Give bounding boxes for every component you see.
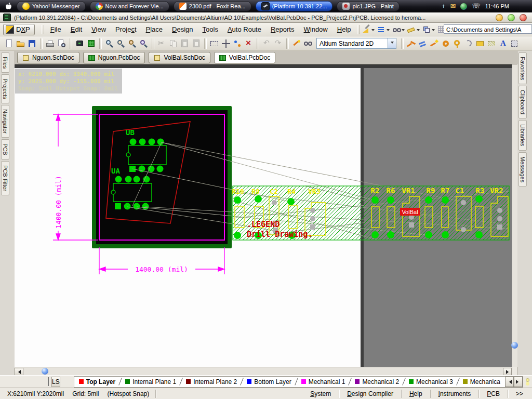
- zoom-area-button[interactable]: [116, 38, 126, 49]
- minimize-button[interactable]: [496, 14, 503, 21]
- align-tools-icon[interactable]: [377, 25, 385, 34]
- layer-tab-internal-plane-1[interactable]: Internal Plane 1: [121, 377, 181, 387]
- menu-edit[interactable]: Edit: [66, 24, 87, 35]
- layer-tab-mechanical-1[interactable]: Mechanical 1: [297, 377, 350, 387]
- chevron-down-icon[interactable]: [387, 29, 390, 33]
- doc-tab-volbal-pcbdoc-active[interactable]: VolBal.PcbDoc: [214, 52, 275, 63]
- menu-window[interactable]: Window: [299, 24, 332, 35]
- chevron-down-icon[interactable]: [371, 29, 375, 33]
- layer-tab-bottom-layer[interactable]: Bottom Layer: [242, 377, 296, 387]
- layer-tab-top-layer[interactable]: Top Layer: [74, 377, 120, 387]
- system-panel-button[interactable]: System: [304, 390, 337, 398]
- wizard-button[interactable]: [291, 38, 302, 49]
- recent-path-combo[interactable]: C:\Documents and Settings\A: [444, 24, 532, 34]
- panel-tab-files[interactable]: Files: [1, 52, 9, 73]
- layer-pair-indicator-icon[interactable]: [523, 377, 531, 387]
- menu-view[interactable]: View: [87, 24, 111, 35]
- measure-tools-icon[interactable]: [407, 25, 416, 34]
- board-view-button[interactable]: [86, 38, 97, 49]
- task-button-altium-active[interactable]: (Platform 10.391.22...: [256, 1, 333, 11]
- apply-selection-button[interactable]: [232, 38, 243, 49]
- chevron-down-icon[interactable]: [417, 29, 420, 33]
- menu-reports[interactable]: Reports: [266, 24, 299, 35]
- paste-button[interactable]: [180, 38, 190, 49]
- menu-dxp[interactable]: DXP: [3, 24, 35, 35]
- place-via-button[interactable]: [452, 38, 462, 49]
- menu-design[interactable]: Design: [167, 24, 197, 35]
- place-string-button[interactable]: [498, 38, 508, 49]
- menu-tools[interactable]: Tools: [198, 24, 223, 35]
- copy-button[interactable]: [168, 38, 179, 49]
- clear-filter-button[interactable]: [244, 38, 254, 49]
- volbal-badge[interactable]: VolBal: [400, 208, 420, 216]
- tray-network-icon[interactable]: [460, 3, 467, 10]
- layer-tab-mechanical-4[interactable]: Mechanica: [458, 377, 505, 387]
- current-layer-swatch[interactable]: [48, 377, 49, 386]
- layer-tab-internal-plane-2[interactable]: Internal Plane 2: [181, 377, 242, 387]
- horizontal-scroll-thumb[interactable]: [42, 368, 48, 375]
- vertical-scroll-thumb[interactable]: [511, 342, 518, 349]
- panel-tab-favorites[interactable]: Favorites: [518, 52, 527, 84]
- more-panels-button[interactable]: >>: [510, 390, 529, 398]
- new-document-button[interactable]: [4, 38, 15, 49]
- print-button[interactable]: [45, 38, 56, 49]
- task-button-paint[interactable]: pic1.JPG - Paint: [337, 1, 399, 11]
- instruments-panel-button[interactable]: Instruments: [433, 390, 477, 398]
- task-button-foxit[interactable]: 2300.pdf - Foxit Rea...: [174, 1, 251, 11]
- close-button[interactable]: [520, 14, 527, 21]
- place-fill-button[interactable]: [475, 38, 485, 49]
- open-document-button[interactable]: [16, 38, 26, 49]
- place-polygon-button[interactable]: [486, 38, 497, 49]
- place-arc-button[interactable]: [463, 38, 474, 49]
- maximize-button[interactable]: [508, 14, 515, 21]
- menu-auto-route[interactable]: Auto Route: [223, 24, 266, 35]
- panel-tab-messages[interactable]: Messages: [518, 152, 527, 187]
- pcb-panel-button[interactable]: PCB: [481, 390, 506, 398]
- menu-project[interactable]: Project: [111, 24, 141, 35]
- combo-dropdown-button[interactable]: [388, 38, 396, 48]
- place-pad-button[interactable]: [441, 38, 451, 49]
- undo-button[interactable]: [262, 38, 272, 49]
- panel-tab-libraries[interactable]: Libraries: [518, 120, 527, 150]
- layer-scroll-left-button[interactable]: [505, 377, 514, 387]
- place-component-button[interactable]: [509, 38, 520, 49]
- smart-routing-button[interactable]: [429, 38, 440, 49]
- layer-tab-mechanical-3[interactable]: Mechanical 3: [404, 377, 458, 387]
- redo-button[interactable]: [273, 38, 284, 49]
- devices-view-button[interactable]: [75, 38, 85, 49]
- layer-scroll-right-button[interactable]: [514, 377, 523, 387]
- panel-tab-pcb-filter[interactable]: PCB Filter: [1, 161, 9, 195]
- save-button[interactable]: [27, 38, 37, 49]
- menu-help[interactable]: Help: [332, 24, 356, 35]
- tray-mail-icon[interactable]: ✉: [450, 0, 456, 12]
- panel-tab-navigator[interactable]: Navigator: [1, 105, 9, 138]
- pcb-board[interactable]: [92, 106, 232, 248]
- doc-tab-nguon-pcbdoc[interactable]: Nguon.PcbDoc: [83, 52, 145, 63]
- filter-button[interactable]: [303, 38, 313, 49]
- find-similar-icon[interactable]: [392, 25, 401, 34]
- task-button-yahoo-messenger[interactable]: Yahoo! Messenger: [17, 1, 86, 11]
- print-preview-button[interactable]: [57, 38, 67, 49]
- select-area-button[interactable]: [209, 38, 220, 49]
- chevron-down-icon[interactable]: [402, 29, 405, 33]
- tray-phone-icon[interactable]: ☏: [472, 0, 480, 12]
- cut-button[interactable]: [157, 38, 167, 49]
- zoom-selection-button[interactable]: [127, 38, 138, 49]
- vertical-scrollbar[interactable]: [512, 64, 517, 367]
- horizontal-scrollbar[interactable]: [15, 367, 512, 375]
- room-tools-icon[interactable]: [422, 25, 431, 34]
- menu-place[interactable]: Place: [141, 24, 168, 35]
- zoom-document-button[interactable]: [104, 38, 115, 49]
- layer-sets-button[interactable]: LS: [51, 377, 60, 387]
- help-panel-button[interactable]: Help: [404, 390, 428, 398]
- zoom-filtered-button[interactable]: [139, 38, 149, 49]
- doc-tab-nguon-schdoc[interactable]: Nguon.SchDoc: [17, 52, 79, 63]
- tray-expand-icon[interactable]: +: [442, 0, 446, 12]
- panel-tab-projects[interactable]: Projects: [1, 74, 9, 103]
- edit-tools-icon[interactable]: [362, 25, 370, 34]
- menu-file[interactable]: File: [46, 24, 66, 35]
- panel-tab-pcb[interactable]: PCB: [1, 139, 9, 159]
- apple-menu-icon[interactable]: [4, 2, 12, 10]
- differential-pair-routing-button[interactable]: [418, 38, 428, 49]
- paste-special-button[interactable]: [191, 38, 202, 49]
